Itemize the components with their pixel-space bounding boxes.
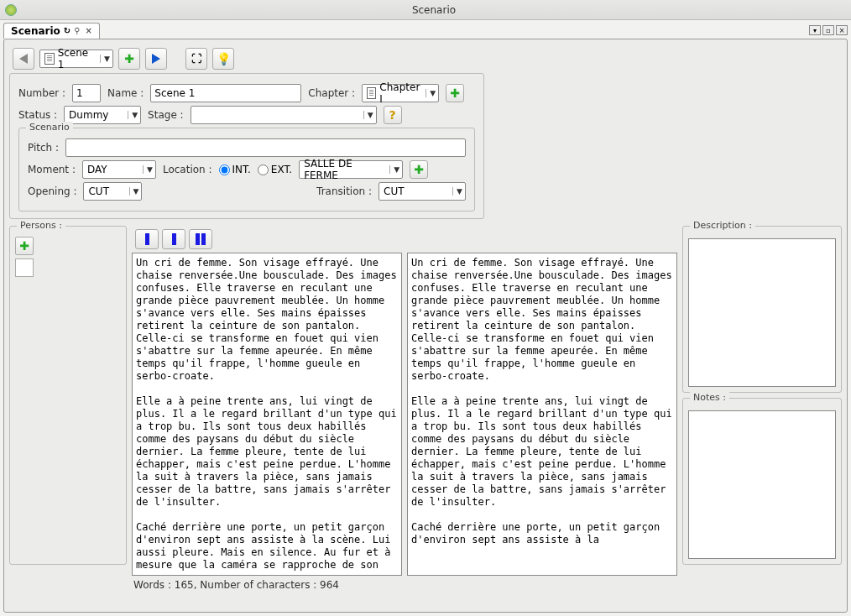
single-column-button[interactable] [135, 229, 159, 249]
panel-max-button[interactable]: ▫ [822, 25, 834, 35]
column-icon [172, 233, 176, 245]
back-button[interactable] [13, 48, 34, 70]
status-line: Words : 165, Number of characters : 964 [132, 576, 677, 594]
add-scene-button[interactable]: ✚ [118, 48, 140, 70]
play-icon [152, 54, 160, 64]
transition-label: Transition : [316, 185, 372, 197]
transition-selector[interactable]: CUT ▼ [379, 182, 466, 201]
chevron-down-icon: ▼ [452, 187, 462, 196]
chapter-value: Chapter I [379, 81, 422, 105]
number-field[interactable] [72, 84, 101, 102]
ext-radio[interactable]: EXT. [258, 164, 292, 175]
panel-close-button[interactable]: × [836, 25, 848, 35]
chevron-left-icon [19, 54, 28, 64]
chevron-down-icon: ▼ [100, 55, 110, 63]
add-location-button[interactable]: ✚ [410, 160, 428, 179]
description-box[interactable] [688, 238, 836, 387]
text-pane-left[interactable]: Un cri de femme. Son visage effrayé. Une… [132, 253, 402, 576]
play-button[interactable] [145, 48, 167, 70]
notes-box[interactable] [688, 410, 836, 559]
two-column-button[interactable] [189, 229, 212, 249]
main-toolbar: Scene 1 ▼ ✚ ⛶ 💡 [9, 44, 842, 73]
editor-column: Un cri de femme. Son visage effrayé. Une… [132, 226, 677, 565]
persons-label: Persons : [17, 220, 65, 231]
status-label: Status : [18, 109, 57, 121]
chapter-selector[interactable]: Chapter I ▼ [362, 84, 439, 102]
int-radio[interactable]: INT. [219, 164, 251, 175]
text-pane-right[interactable]: Un cri de femme. Son visage effrayé. Une… [407, 253, 677, 576]
number-label: Number : [18, 87, 65, 99]
pitch-label: Pitch : [28, 142, 59, 154]
add-chapter-button[interactable]: ✚ [446, 84, 464, 102]
fullscreen-button[interactable]: ⛶ [185, 48, 207, 70]
stage-selector[interactable]: ▼ [191, 106, 377, 124]
pin-icon[interactable]: ⚲ [74, 26, 80, 35]
column-icon [196, 233, 200, 245]
chevron-down-icon: ▼ [389, 165, 399, 174]
column-icon [201, 233, 206, 245]
bulb-icon: 💡 [217, 52, 231, 65]
description-group: Description : [682, 226, 842, 393]
scene-selector-label: Scene 1 [58, 47, 97, 70]
name-field[interactable] [150, 84, 301, 102]
int-radio-input[interactable] [219, 164, 230, 175]
tab-scenario[interactable]: Scenario ↻ ⚲ × [3, 23, 100, 39]
scenario-group: Scenario Pitch : Moment : DAY ▼ Location… [18, 128, 475, 211]
location-selector[interactable]: SALLE DE FERME ▼ [299, 160, 403, 179]
description-label: Description : [690, 220, 755, 231]
location-label: Location : [163, 164, 212, 175]
chevron-down-icon: ▼ [426, 89, 436, 97]
status-selector[interactable]: Dummy ▼ [64, 106, 141, 124]
chevron-down-icon: ▼ [143, 165, 153, 174]
chevron-down-icon: ▼ [129, 187, 139, 196]
moment-label: Moment : [28, 164, 76, 175]
window-title: Scenario [17, 4, 851, 16]
main-panel: Scene 1 ▼ ✚ ⛶ 💡 Number : Name : Chapter … [3, 39, 848, 613]
plus-icon: ✚ [19, 239, 29, 253]
name-label: Name : [107, 87, 144, 99]
notes-group: Notes : [682, 398, 842, 565]
fullscreen-icon: ⛶ [191, 53, 201, 65]
document-icon [44, 53, 55, 65]
chapter-label: Chapter : [308, 87, 355, 99]
pitch-field[interactable] [65, 138, 466, 157]
scene-form: Number : Name : Chapter : Chapter I ▼ ✚ … [9, 73, 484, 219]
single-column-alt-button[interactable] [162, 229, 185, 249]
editor-toolbar [132, 226, 677, 253]
window-close-button[interactable] [5, 4, 17, 16]
plus-icon: ✚ [124, 52, 134, 65]
chevron-down-icon: ▼ [363, 111, 373, 119]
opening-selector[interactable]: CUT ▼ [83, 182, 142, 201]
scene-selector[interactable]: Scene 1 ▼ [39, 50, 113, 68]
persons-group: Persons : ✚ [9, 226, 127, 565]
location-value: SALLE DE FERME [304, 158, 389, 181]
help-icon: ? [389, 108, 396, 122]
tab-bar: Scenario ↻ ⚲ × ▾ ▫ × [0, 20, 851, 39]
person-slot[interactable] [15, 258, 34, 277]
plus-icon: ✚ [450, 86, 460, 100]
int-radio-label: INT. [232, 164, 251, 175]
plus-icon: ✚ [414, 163, 424, 176]
add-person-button[interactable]: ✚ [15, 237, 34, 255]
tab-label: Scenario [11, 25, 60, 37]
close-icon[interactable]: × [86, 26, 92, 35]
transition-value: CUT [384, 185, 405, 197]
ext-radio-label: EXT. [271, 164, 292, 175]
column-icon [145, 233, 149, 245]
status-value: Dummy [69, 109, 108, 121]
reload-icon[interactable]: ↻ [64, 26, 70, 35]
ext-radio-input[interactable] [258, 164, 269, 175]
chevron-down-icon: ▼ [128, 111, 138, 119]
moment-value: DAY [87, 164, 107, 175]
opening-label: Opening : [28, 185, 76, 197]
panel-min-button[interactable]: ▾ [809, 25, 821, 35]
moment-selector[interactable]: DAY ▼ [82, 160, 156, 179]
scenario-group-title: Scenario [26, 122, 73, 133]
idea-button[interactable]: 💡 [212, 48, 234, 70]
document-icon [367, 87, 376, 99]
stage-label: Stage : [148, 109, 184, 121]
stage-help-button[interactable]: ? [384, 106, 402, 124]
notes-label: Notes : [690, 392, 729, 403]
opening-value: CUT [88, 185, 109, 197]
window-titlebar: Scenario [0, 0, 851, 20]
